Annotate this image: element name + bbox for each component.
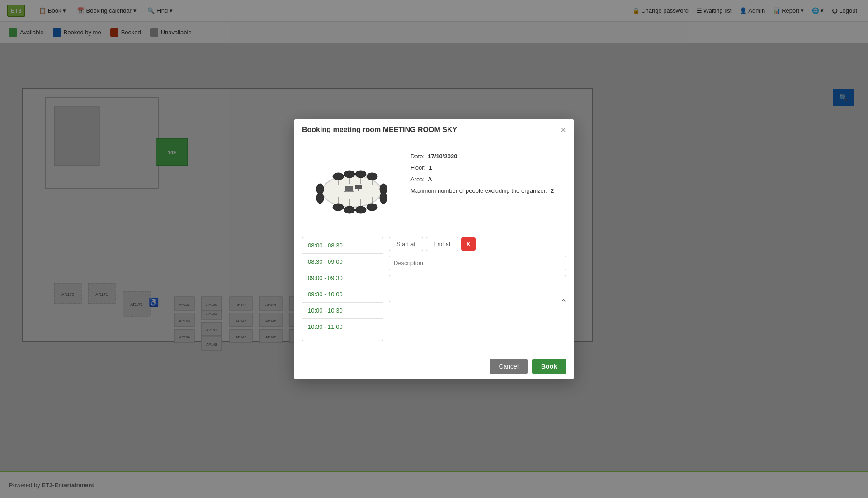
booking-form: Start at End at X bbox=[389, 237, 566, 346]
book-button[interactable]: Book bbox=[532, 359, 566, 374]
svg-point-110 bbox=[344, 206, 355, 213]
modal-header: Booking meeting room MEETING ROOM SKY × bbox=[294, 119, 574, 141]
room-max-value: 2 bbox=[551, 187, 554, 194]
start-at-button[interactable]: Start at bbox=[389, 237, 423, 251]
cancel-button[interactable]: Cancel bbox=[490, 359, 528, 374]
room-date-value: 17/10/2020 bbox=[428, 153, 457, 160]
room-date: Date: 17/10/2020 bbox=[410, 152, 566, 161]
clear-button[interactable]: X bbox=[461, 237, 476, 251]
time-slot-5[interactable]: 10:30 - 11:00 bbox=[302, 319, 383, 335]
room-area-value: A bbox=[428, 176, 432, 183]
time-buttons: Start at End at X bbox=[389, 237, 566, 251]
booking-modal: Booking meeting room MEETING ROOM SKY × bbox=[294, 119, 574, 379]
svg-rect-101 bbox=[345, 186, 353, 191]
room-floor-value: 1 bbox=[429, 164, 432, 171]
modal-top-section: Date: 17/10/2020 Floor: 1 Area: A Maximu… bbox=[302, 148, 566, 230]
modal-footer: Cancel Book bbox=[294, 353, 574, 379]
room-max-people: Maximum number of people excluding the o… bbox=[410, 186, 566, 195]
modal-overlay: Booking meeting room MEETING ROOM SKY × bbox=[0, 0, 868, 498]
description-input[interactable] bbox=[389, 256, 566, 270]
svg-point-105 bbox=[333, 173, 344, 180]
room-info: Date: 17/10/2020 Floor: 1 Area: A Maximu… bbox=[410, 148, 566, 230]
extra-field-input[interactable] bbox=[389, 275, 566, 302]
room-floor: Floor: 1 bbox=[410, 163, 566, 172]
svg-point-114 bbox=[316, 193, 324, 204]
svg-point-111 bbox=[355, 206, 366, 213]
time-slot-1[interactable]: 08:30 - 09:00 bbox=[302, 254, 383, 270]
svg-point-112 bbox=[367, 204, 377, 211]
end-at-button[interactable]: End at bbox=[426, 237, 458, 251]
booking-section: 08:00 - 08:30 08:30 - 09:00 09:00 - 09:3… bbox=[302, 237, 566, 346]
modal-close-button[interactable]: × bbox=[561, 125, 566, 134]
time-slot-3[interactable]: 09:30 - 10:00 bbox=[302, 286, 383, 303]
time-slot-0[interactable]: 08:00 - 08:30 bbox=[302, 237, 383, 254]
time-slot-4[interactable]: 10:00 - 10:30 bbox=[302, 303, 383, 319]
room-image-container bbox=[302, 148, 401, 230]
svg-rect-103 bbox=[355, 185, 362, 189]
time-slot-2[interactable]: 09:00 - 09:30 bbox=[302, 270, 383, 286]
room-image-svg bbox=[307, 148, 397, 230]
svg-rect-102 bbox=[344, 191, 354, 192]
modal-body: Date: 17/10/2020 Floor: 1 Area: A Maximu… bbox=[294, 141, 574, 353]
svg-point-109 bbox=[333, 204, 344, 211]
svg-point-107 bbox=[355, 171, 366, 178]
modal-title: Booking meeting room MEETING ROOM SKY bbox=[302, 126, 457, 134]
time-slots-list[interactable]: 08:00 - 08:30 08:30 - 09:00 09:00 - 09:3… bbox=[302, 237, 383, 341]
svg-point-106 bbox=[344, 171, 355, 178]
room-area: Area: A bbox=[410, 175, 566, 184]
svg-point-108 bbox=[367, 173, 377, 180]
svg-point-116 bbox=[380, 193, 387, 204]
svg-rect-104 bbox=[358, 189, 359, 191]
